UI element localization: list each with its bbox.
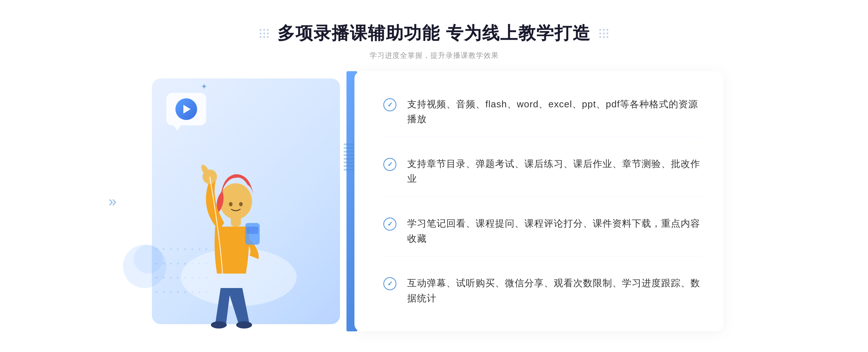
chevron-left-icon: » <box>109 193 116 210</box>
svg-point-7 <box>229 202 233 206</box>
right-dots-decoration <box>599 29 608 38</box>
dot <box>267 36 269 38</box>
features-panel: ✓ 支持视频、音频、flash、word、excel、ppt、pdf等各种格式的… <box>354 71 723 331</box>
dot <box>607 33 608 34</box>
checkmark: ✓ <box>387 102 393 108</box>
checkmark: ✓ <box>387 280 393 287</box>
dot <box>260 36 261 38</box>
illustration-container: ✦ <box>145 71 354 331</box>
check-icon-4: ✓ <box>383 277 396 290</box>
feature-text-3: 学习笔记回看、课程提问、课程评论打分、课件资料下载，重点内容收藏 <box>407 216 702 246</box>
feature-item: ✓ 支持视频、音频、flash、word、excel、ppt、pdf等各种格式的… <box>383 87 702 137</box>
dot <box>607 29 608 31</box>
page-title: 多项录播课辅助功能 专为线上教学打造 <box>277 22 590 45</box>
dot <box>263 33 265 34</box>
header-section: 多项录播课辅助功能 专为线上教学打造 <box>0 0 868 71</box>
header-title-row: 多项录播课辅助功能 专为线上教学打造 <box>0 22 868 45</box>
dot <box>260 33 261 34</box>
dot <box>260 29 261 31</box>
svg-point-1 <box>211 321 227 329</box>
sparkle-decoration: ✦ <box>201 82 207 91</box>
svg-point-6 <box>220 183 252 219</box>
check-icon-1: ✓ <box>383 98 396 111</box>
dot <box>267 29 269 31</box>
feature-item: ✓ 学习笔记回看、课程提问、课程评论打分、课件资料下载，重点内容收藏 <box>383 206 702 257</box>
stripe <box>344 162 354 163</box>
svg-point-2 <box>236 321 252 329</box>
svg-rect-10 <box>247 227 258 234</box>
dot <box>607 36 608 38</box>
page-wrapper: 多项录播课辅助功能 专为线上教学打造 <box>0 0 868 352</box>
checkmark: ✓ <box>387 221 393 227</box>
left-dots-decoration <box>260 29 269 38</box>
dot <box>603 29 605 31</box>
feature-item: ✓ 支持章节目录、弹题考试、课后练习、课后作业、章节测验、批改作业 <box>383 146 702 197</box>
dot <box>603 36 605 38</box>
dot <box>263 36 265 38</box>
check-icon-2: ✓ <box>383 158 396 171</box>
dot <box>267 33 269 34</box>
checkmark: ✓ <box>387 161 393 168</box>
feature-text-4: 互动弹幕、试听购买、微信分享、观看次数限制、学习进度跟踪、数据统计 <box>407 276 702 306</box>
feature-item: ✓ 互动弹幕、试听购买、微信分享、观看次数限制、学习进度跟踪、数据统计 <box>383 266 702 316</box>
feature-text-1: 支持视频、音频、flash、word、excel、ppt、pdf等各种格式的资源… <box>407 97 702 127</box>
content-area: ✦ <box>145 71 723 331</box>
dot <box>263 29 265 31</box>
svg-point-8 <box>239 202 243 206</box>
dot <box>599 29 601 31</box>
feature-text-2: 支持章节目录、弹题考试、课后练习、课后作业、章节测验、批改作业 <box>407 156 702 186</box>
check-icon-3: ✓ <box>383 218 396 231</box>
play-triangle-icon <box>183 105 191 113</box>
dot <box>599 36 601 38</box>
dot <box>599 33 601 34</box>
decorative-circle-small <box>134 245 163 274</box>
dot <box>603 33 605 34</box>
pattern-dot <box>156 291 157 293</box>
page-subtitle: 学习进度全掌握，提升录播课教学效果 <box>0 51 868 60</box>
person-illustration <box>163 115 315 331</box>
